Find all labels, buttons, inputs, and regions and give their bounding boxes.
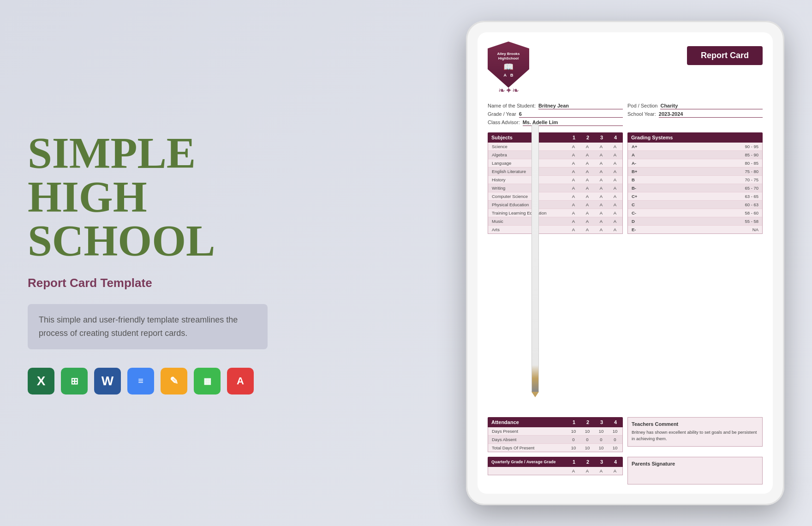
grade-value: A — [611, 144, 619, 149]
grade-value: A — [570, 152, 577, 157]
grade-value: A — [584, 152, 591, 157]
attendance-header-label: Attendance — [491, 419, 570, 425]
subject-grades: AAAA — [570, 227, 619, 232]
quarterly-val: A — [611, 468, 619, 473]
grading-row: B70 - 75 — [628, 176, 762, 184]
grade-value: A — [611, 169, 619, 174]
grade-value: A — [584, 219, 591, 224]
grade-range: 80 - 85 — [650, 161, 758, 166]
grade-letter: B — [632, 177, 650, 182]
grade-value: A — [570, 210, 577, 215]
excel-icon[interactable]: X — [28, 368, 54, 394]
tablet-inner: Alley Brooks HighSchool 📖 A B ❧✦❧ Report… — [478, 32, 773, 494]
quarterly-val: A — [584, 468, 591, 473]
student-name-label: Name of the Student: — [488, 103, 536, 108]
numbers-icon[interactable]: ▦ — [194, 368, 221, 394]
subject-name: Computer Science — [492, 194, 570, 199]
grade-value: A — [597, 152, 605, 157]
quarterly-quarter-nums: 1 2 3 4 — [570, 459, 619, 465]
attendance-row: Days Present10101010 — [488, 427, 622, 436]
student-info: Name of the Student: Britney Jean Pod / … — [488, 103, 763, 126]
grade-value: A — [611, 152, 619, 157]
docs-icon[interactable]: ≡ — [127, 368, 154, 394]
grade-letter: C- — [632, 210, 650, 215]
shield: Alley Brooks HighSchool 📖 A B — [488, 42, 529, 88]
attendance-val: 0 — [611, 437, 619, 442]
grade-value: A — [597, 227, 605, 232]
parent-sig-title: Parents Signature — [632, 461, 758, 466]
subjects-quarter-nums: 1 2 3 4 — [570, 135, 619, 140]
grade-value: A — [570, 185, 577, 191]
grade-letter: C — [632, 202, 650, 207]
grade-letter: E- — [632, 227, 650, 232]
word-icon[interactable]: W — [94, 368, 121, 394]
attendance-val: 10 — [584, 445, 591, 450]
school-name-line2: HighSchool — [498, 56, 519, 61]
subject-row: Physical EducationAAAA — [488, 201, 622, 209]
attendance-val: 10 — [570, 429, 577, 434]
subject-row: MusicAAAA — [488, 217, 622, 226]
attendance-values: 0000 — [570, 437, 619, 442]
teacher-comment-box: Teachers Comment Britney has shown excel… — [627, 417, 763, 447]
attendance-val: 10 — [570, 445, 577, 450]
subjects-header-label: Subjects — [491, 135, 570, 140]
grade-value: A — [584, 161, 591, 166]
sheets-icon[interactable]: ⊞ — [61, 368, 88, 394]
att-q3: 3 — [598, 419, 605, 425]
attendance-val: 10 — [611, 429, 619, 434]
attendance-table-body: Days Present10101010Days Absent0000Total… — [488, 427, 623, 452]
subject-name: Arts — [492, 227, 570, 232]
grade-value: A — [611, 227, 619, 232]
advisor-label: Class Advisor: — [488, 120, 520, 125]
pages-icon[interactable]: ✎ — [161, 368, 187, 394]
subject-row: ArtsAAAA — [488, 226, 622, 233]
grade-letter: A — [632, 152, 650, 157]
subject-row: WritingAAAA — [488, 184, 622, 192]
grade-range: 58 - 60 — [650, 210, 758, 215]
grade-value: A — [570, 227, 577, 232]
grade-value: A — [611, 219, 619, 224]
subject-grades: AAAA — [570, 152, 619, 157]
pod-value: Charity — [660, 103, 763, 109]
grading-row: B-65 - 70 — [628, 184, 762, 192]
grade-value: 6 — [519, 111, 623, 118]
grading-table-body: A+90 - 95A85 - 90A-80 - 85B+75 - 80B70 -… — [627, 143, 763, 234]
school-name-line1: Alley Brooks — [497, 52, 520, 56]
school-year-row: School Year: 2023-2024 — [627, 111, 763, 118]
attendance-val: 0 — [570, 437, 577, 442]
grading-row: C-58 - 60 — [628, 209, 762, 217]
subject-grades: AAAA — [570, 169, 619, 174]
quarterly-values: AAAA — [570, 468, 619, 473]
quarterly-section: Quarterly Grade / Average Grade 1 2 3 4 — [488, 457, 623, 484]
school-year-value: 2023-2024 — [659, 111, 763, 118]
quarter-2-header: 2 — [584, 135, 591, 140]
attendance-values: 10101010 — [570, 429, 619, 434]
subject-grades: AAAA — [570, 144, 619, 149]
grading-row: C+63 - 65 — [628, 192, 762, 201]
pod-row: Pod / Section Charity — [627, 103, 763, 109]
grade-letter: A+ — [632, 144, 650, 149]
pdf-icon[interactable]: A — [227, 368, 254, 394]
student-name-value: Britney Jean — [538, 103, 623, 109]
grade-range: 70 - 75 — [650, 177, 758, 182]
subject-name: English Literature — [492, 169, 570, 174]
tablet: Alley Brooks HighSchool 📖 A B ❧✦❧ Report… — [466, 21, 784, 505]
att-q4: 4 — [612, 419, 619, 425]
subjects-header-row: Subjects 1 2 3 4 — [488, 132, 623, 143]
grading-row: D55 - 58 — [628, 217, 762, 226]
grade-value: A — [584, 144, 591, 149]
grade-value: A — [570, 202, 577, 207]
att-q1: 1 — [570, 419, 578, 425]
grade-value: A — [597, 219, 605, 224]
subtitle: Report Card Template — [28, 276, 268, 290]
description-box: This simple and user-friendly template s… — [28, 304, 268, 349]
attendance-header-row: Attendance 1 2 3 4 — [488, 417, 623, 427]
attendance-values: 10101010 — [570, 445, 619, 450]
attendance-val: 0 — [584, 437, 591, 442]
grading-row: A85 - 90 — [628, 151, 762, 159]
grade-value: A — [597, 169, 605, 174]
tables-area: Subjects 1 2 3 4 ScienceAAAAAlgebraAAAAL… — [488, 132, 763, 410]
grade-label: Grade / Year — [488, 111, 516, 117]
grade-value: A — [584, 194, 591, 199]
attendance-val: 10 — [597, 445, 605, 450]
